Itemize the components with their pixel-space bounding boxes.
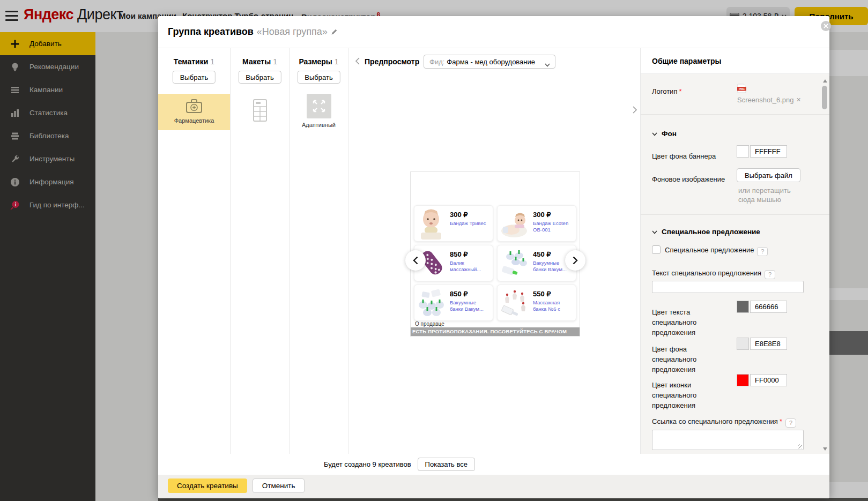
drop-hint: или перетащить сюда мышью [738, 186, 803, 205]
product-image-baby-collar [498, 206, 531, 241]
special-bg-color-control: E8E8E8 [737, 338, 787, 350]
carousel-next-button[interactable] [565, 250, 585, 271]
modal-body: Тематики1 Выбрать Фармацевтика Макеты1 [158, 48, 829, 454]
theme-pharma-label: Фармацевтика [158, 117, 230, 124]
scroll-up-icon[interactable] [823, 79, 827, 83]
section-divider [641, 214, 829, 215]
scroll-down-icon[interactable] [823, 447, 827, 451]
carousel-prev-button[interactable] [405, 250, 426, 271]
size-adaptive-label: Адаптивный [290, 122, 348, 128]
product-card[interactable]: 850 ₽ Валик массажный... [414, 245, 493, 281]
params-panel-header: Общие параметры [641, 48, 829, 74]
help-icon[interactable]: ? [765, 270, 775, 279]
product-cards-grid: 300 ₽ Бандаж Тривес 300 ₽ Бандаж Ecoten … [414, 205, 577, 321]
special-text-label: Текст специального предложения? [652, 269, 775, 279]
product-name: Валик массажный... [450, 260, 488, 273]
special-icon-color-input[interactable]: FF0000 [750, 374, 787, 386]
special-offer-checkbox-row: Специальное предложение? [652, 245, 768, 256]
sizes-select-button[interactable]: Выбрать [297, 71, 340, 84]
layouts-count: 1 [273, 57, 277, 66]
svg-text:PNG: PNG [739, 87, 745, 91]
special-section-header[interactable]: Специальное предложение [652, 228, 760, 236]
chevron-down-icon [652, 228, 657, 236]
medical-case-icon [184, 98, 204, 115]
themes-count: 1 [210, 57, 214, 66]
product-card[interactable]: 550 ₽ Массажная банка №6 с [497, 285, 576, 321]
special-bg-color-swatch[interactable] [737, 338, 749, 350]
logo-file: PNG Screenshot_6.png× [737, 84, 801, 104]
remove-file-icon[interactable]: × [797, 95, 801, 104]
chevron-down-icon [652, 130, 657, 138]
params-panel-body: Логотип* PNG Screenshot_6.png× [641, 74, 829, 454]
banner-color-input[interactable]: FFFFFF [750, 145, 787, 158]
product-name: Вакуумные банки Вакум... [450, 300, 488, 312]
layout-tile[interactable] [231, 99, 289, 124]
creatives-count-text: Будет создано 9 креативов [324, 460, 411, 468]
size-adaptive-tile[interactable]: Адаптивный [290, 94, 348, 128]
logo-field-label: Логотип* [652, 87, 681, 95]
banner-color-swatch[interactable] [737, 145, 749, 158]
product-price: 550 ₽ [533, 290, 572, 298]
create-creatives-button[interactable]: Создать креативы [168, 478, 247, 493]
product-image-baby-bandage [414, 206, 448, 241]
special-bg-color-input[interactable]: E8E8E8 [750, 338, 787, 350]
png-file-icon: PNG [737, 84, 746, 93]
product-card[interactable]: 450 ₽ Вакуумные банки Вакум... [497, 245, 576, 281]
scrollbar-thumb[interactable] [822, 86, 827, 109]
layout-wireframe-icon [253, 99, 267, 122]
product-image-vacuum-cups-set [414, 285, 448, 320]
special-offer-checkbox[interactable] [652, 245, 661, 254]
special-text-input[interactable] [652, 281, 804, 293]
banner-color-control: FFFFFF [737, 145, 787, 158]
required-mark: * [780, 417, 782, 425]
modal-title: Группа креативов«Новая группа» [168, 26, 338, 38]
themes-header: Тематики1 [158, 57, 230, 66]
product-price: 850 ₽ [450, 250, 488, 258]
product-card[interactable]: 300 ₽ Бандаж Ecoten OB-001 [497, 205, 576, 242]
edit-pencil-icon[interactable] [331, 27, 338, 38]
product-card[interactable]: 850 ₽ Вакуумные банки Вакум... [414, 285, 493, 321]
special-link-label: Ссылка со специального предложения*? [652, 417, 796, 428]
creative-group-modal: Группа креативов«Новая группа» Тематики1… [158, 16, 829, 498]
cancel-button[interactable]: Отменить [253, 478, 305, 493]
product-card[interactable]: 300 ₽ Бандаж Тривес [414, 205, 493, 242]
background-section-header[interactable]: Фон [652, 130, 677, 138]
show-all-button[interactable]: Показать все [418, 458, 475, 471]
resize-grip[interactable] [798, 444, 802, 448]
collapse-left-icon[interactable] [355, 57, 360, 67]
feed-select[interactable]: Фид: Фарма - мед оборудование [424, 55, 555, 69]
product-image-massage-cup-pump [498, 285, 531, 320]
special-icon-color-label: Цвет иконки специального предложения [652, 380, 732, 411]
params-title: Общие параметры [652, 57, 722, 65]
help-icon[interactable]: ? [757, 247, 768, 256]
close-icon[interactable] [821, 21, 831, 31]
theme-pharma-tile[interactable]: Фармацевтика [158, 94, 230, 130]
product-price: 850 ₽ [450, 290, 488, 298]
product-name: Бандаж Тривес [450, 220, 488, 227]
special-icon-color-control: FF0000 [737, 374, 787, 386]
creatives-info-row: Будет создано 9 креативов Показать все [158, 454, 641, 475]
banner-preview: 300 ₽ Бандаж Тривес 300 ₽ Бандаж Ecoten … [410, 171, 580, 337]
special-text-color-swatch[interactable] [737, 301, 749, 313]
expand-arrows-icon [311, 99, 327, 114]
special-text-color-control: 666666 [737, 301, 787, 313]
preview-area: Предпросмотр Фид: Фарма - мед оборудован… [348, 48, 641, 454]
sizes-header: Размеры1 [290, 57, 348, 66]
product-name: Массажная банка №6 с [533, 300, 572, 312]
help-icon[interactable]: ? [785, 418, 796, 428]
layouts-select-button[interactable]: Выбрать [238, 71, 281, 84]
special-link-input[interactable] [652, 430, 804, 450]
collapse-right-icon[interactable] [633, 106, 637, 116]
special-text-color-input[interactable]: 666666 [750, 301, 787, 313]
banner-color-label: Цвет фона баннера [652, 152, 716, 160]
layouts-header: Макеты1 [231, 57, 289, 66]
panel-scrollbar [822, 79, 828, 451]
special-icon-color-swatch[interactable] [737, 374, 749, 386]
themes-select-button[interactable]: Выбрать [173, 71, 216, 84]
seller-link[interactable]: О продавце [415, 321, 444, 327]
preview-title: Предпросмотр [365, 57, 419, 66]
logo-file-name: Screenshot_6.png [737, 96, 794, 104]
choose-file-button[interactable]: Выбрать файл [737, 168, 800, 182]
screen: Яндекс Директ Мои кампании Конструктор Т… [0, 0, 868, 501]
sizes-column: Размеры1 Выбрать Адаптивный [290, 48, 348, 454]
